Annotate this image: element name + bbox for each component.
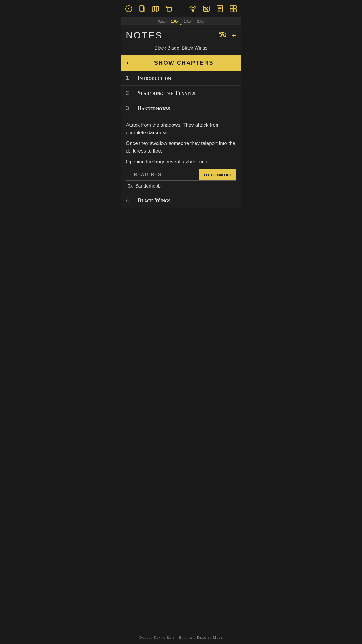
notes-header: NOTES + xyxy=(126,30,236,41)
svg-rect-1 xyxy=(140,6,143,11)
notes-paragraph-1: Attack from the shadows. They attack fro… xyxy=(126,121,236,137)
creatures-list: 3x: Banderhobb xyxy=(126,183,236,189)
zoom-10x[interactable]: 1.0x xyxy=(171,19,178,24)
back-arrow-icon: ‹ xyxy=(126,59,129,66)
notes-text-block: Attack from the shadows. They attack fro… xyxy=(126,121,236,155)
chapter-item-1[interactable]: 1 Introduction xyxy=(121,71,241,86)
chapter-item-3[interactable]: 3 Banderhobbs xyxy=(121,101,241,116)
notes-header-icons: + xyxy=(218,31,236,40)
creatures-label: CREATURES xyxy=(126,169,166,180)
back-button[interactable] xyxy=(124,4,133,13)
collapse-chevron[interactable]: ⌃ xyxy=(179,22,184,29)
chapter-name-2: Searching the Tunnels xyxy=(138,90,195,97)
wifi-icon[interactable] xyxy=(188,4,198,13)
toolbar-left xyxy=(124,4,174,13)
zoom-15x[interactable]: 1.5x xyxy=(184,19,191,24)
svg-point-8 xyxy=(207,7,208,8)
empty-area xyxy=(121,208,241,267)
chapter-num-3: 3 xyxy=(126,105,138,111)
zoom-20x[interactable]: 2.0x xyxy=(197,19,204,24)
top-toolbar xyxy=(121,0,241,18)
svg-rect-16 xyxy=(230,6,233,8)
dice-icon[interactable] xyxy=(202,4,211,13)
show-chapters-label: SHOW CHAPTERS xyxy=(132,60,236,66)
notes-subtitle: Black Blade, Black Wings xyxy=(126,43,236,55)
scroll-icon[interactable] xyxy=(164,4,174,13)
chapter-list: 1 Introduction 2 Searching the Tunnels 3… xyxy=(121,71,241,208)
chapter-name-4: Black Wings xyxy=(138,197,171,204)
chapter3-notes-content: Attack from the shadows. They attack fro… xyxy=(121,116,241,193)
layout-icon[interactable] xyxy=(229,4,238,13)
chapter-name-3: Banderhobbs xyxy=(138,105,170,112)
notes-list-icon[interactable] xyxy=(215,4,224,13)
document-icon[interactable] xyxy=(138,4,147,13)
chapter-name-1: Introduction xyxy=(138,75,171,81)
svg-point-11 xyxy=(206,8,207,9)
notes-extra-text: Opening the frogs reveal a zhent ring. xyxy=(126,159,236,165)
toolbar-right xyxy=(188,4,238,13)
zoom-bar: 0.5x 1.0x 1.5x 2.0x ⌃ xyxy=(121,18,241,25)
svg-point-10 xyxy=(207,9,208,10)
zoom-05x[interactable]: 0.5x xyxy=(158,19,165,24)
svg-rect-18 xyxy=(230,9,233,12)
notes-paragraph-2: Once they swallow someone they teleport … xyxy=(126,140,236,155)
svg-point-5 xyxy=(192,10,193,11)
notes-title: NOTES xyxy=(126,30,162,41)
creatures-bar: CREATURES TO COMBAT xyxy=(126,169,236,181)
to-combat-button[interactable]: TO COMBAT xyxy=(199,169,236,180)
chapter-num-1: 1 xyxy=(126,75,138,81)
svg-rect-19 xyxy=(233,9,236,12)
visibility-toggle-icon[interactable] xyxy=(218,32,227,40)
svg-point-9 xyxy=(205,9,205,10)
map-icon[interactable] xyxy=(151,4,160,13)
svg-rect-17 xyxy=(233,6,236,8)
svg-point-7 xyxy=(205,7,205,8)
notes-panel: NOTES + Black Blade, Black Wings xyxy=(121,25,241,55)
show-chapters-button[interactable]: ‹ SHOW CHAPTERS xyxy=(121,55,241,71)
chapter-item-2[interactable]: 2 Searching the Tunnels xyxy=(121,86,241,101)
chapter-item-4[interactable]: 4 Black Wings xyxy=(121,193,241,208)
chapter-num-2: 2 xyxy=(126,90,138,96)
svg-point-0 xyxy=(126,6,132,12)
add-note-icon[interactable]: + xyxy=(231,31,236,40)
svg-marker-2 xyxy=(153,6,159,12)
chapter-num-4: 4 xyxy=(126,197,138,204)
